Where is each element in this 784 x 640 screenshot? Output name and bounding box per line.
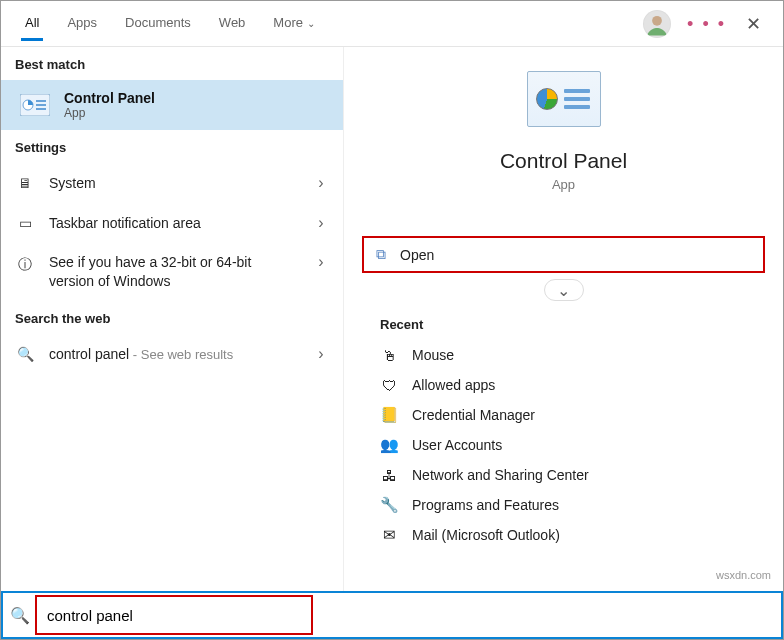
results-list: Best match Control Panel App Settings 🖥 …	[1, 47, 344, 592]
preview-pane: Control Panel App ⧉ Open ⌄ Recent 🖱Mouse…	[344, 47, 783, 592]
expand-button[interactable]: ⌄	[544, 279, 584, 301]
shield-icon: 🛡	[380, 376, 398, 394]
display-icon: 🖥	[15, 173, 35, 193]
chevron-down-icon: ⌄	[307, 18, 315, 29]
recent-item[interactable]: 🔧Programs and Features	[362, 490, 765, 520]
chevron-right-icon: ›	[313, 174, 329, 192]
options-button[interactable]: • • •	[687, 14, 726, 35]
recent-item-label: Programs and Features	[412, 497, 559, 513]
recent-item[interactable]: 👥User Accounts	[362, 430, 765, 460]
tab-all[interactable]: All	[11, 1, 53, 40]
tab-more[interactable]: More⌄	[259, 1, 329, 40]
recent-item-label: User Accounts	[412, 437, 502, 453]
recent-item-label: Mail (Microsoft Outlook)	[412, 527, 560, 543]
recent-item[interactable]: ✉Mail (Microsoft Outlook)	[362, 520, 765, 550]
recent-item[interactable]: 📒Credential Manager	[362, 400, 765, 430]
open-button[interactable]: ⧉ Open	[362, 236, 765, 273]
network-icon: 🖧	[380, 466, 398, 484]
preview-subtitle: App	[362, 177, 765, 192]
tab-apps[interactable]: Apps	[53, 1, 111, 40]
best-match-subtitle: App	[64, 106, 155, 120]
user-icon: 👥	[380, 436, 398, 454]
preview-app-icon	[527, 71, 601, 127]
credential-icon: 📒	[380, 406, 398, 424]
search-scope-tabs: All Apps Documents Web More⌄ • • • ✕	[1, 1, 783, 47]
recent-item-label: Mouse	[412, 347, 454, 363]
svg-point-1	[652, 16, 662, 26]
settings-item-label: Taskbar notification area	[49, 215, 299, 231]
recent-item-label: Network and Sharing Center	[412, 467, 589, 483]
web-result-label: control panel - See web results	[49, 346, 299, 362]
search-icon: 🔍	[5, 606, 35, 625]
user-avatar[interactable]	[643, 10, 671, 38]
best-match-item[interactable]: Control Panel App	[1, 80, 343, 130]
settings-item-label: System	[49, 175, 299, 191]
svg-rect-6	[36, 108, 46, 110]
search-web-header: Search the web	[1, 301, 343, 334]
tab-web[interactable]: Web	[205, 1, 260, 40]
best-match-title: Control Panel	[64, 90, 155, 106]
open-label: Open	[400, 247, 434, 263]
preview-title: Control Panel	[362, 149, 765, 173]
web-result-item[interactable]: 🔍 control panel - See web results ›	[1, 334, 343, 374]
settings-item-taskbar[interactable]: ▭ Taskbar notification area ›	[1, 203, 343, 243]
mail-icon: ✉	[380, 526, 398, 544]
chevron-right-icon: ›	[313, 345, 329, 363]
svg-rect-4	[36, 100, 46, 102]
recent-item[interactable]: 🖱Mouse	[362, 340, 765, 370]
settings-item-label: See if you have a 32-bit or 64-bit versi…	[49, 253, 299, 291]
programs-icon: 🔧	[380, 496, 398, 514]
recent-item-label: Credential Manager	[412, 407, 535, 423]
settings-item-bits[interactable]: ⓘ See if you have a 32-bit or 64-bit ver…	[1, 243, 343, 301]
tab-documents[interactable]: Documents	[111, 1, 205, 40]
search-bar[interactable]: 🔍	[1, 591, 783, 639]
recent-header: Recent	[380, 317, 765, 332]
control-panel-icon	[18, 88, 52, 122]
recent-item-label: Allowed apps	[412, 377, 495, 393]
settings-header: Settings	[1, 130, 343, 163]
watermark: wsxdn.com	[716, 569, 771, 581]
best-match-header: Best match	[1, 47, 343, 80]
search-input[interactable]	[47, 607, 301, 624]
close-button[interactable]: ✕	[742, 9, 765, 39]
info-icon: ⓘ	[15, 255, 35, 275]
chevron-right-icon: ›	[313, 214, 329, 232]
chevron-down-icon: ⌄	[557, 281, 570, 300]
recent-list: 🖱Mouse🛡Allowed apps📒Credential Manager👥U…	[362, 340, 765, 550]
open-icon: ⧉	[376, 246, 386, 263]
mouse-icon: 🖱	[380, 346, 398, 364]
recent-item[interactable]: 🖧Network and Sharing Center	[362, 460, 765, 490]
recent-item[interactable]: 🛡Allowed apps	[362, 370, 765, 400]
chevron-right-icon: ›	[313, 253, 329, 271]
settings-item-system[interactable]: 🖥 System ›	[1, 163, 343, 203]
svg-rect-5	[36, 104, 46, 106]
taskbar-icon: ▭	[15, 213, 35, 233]
search-icon: 🔍	[15, 344, 35, 364]
